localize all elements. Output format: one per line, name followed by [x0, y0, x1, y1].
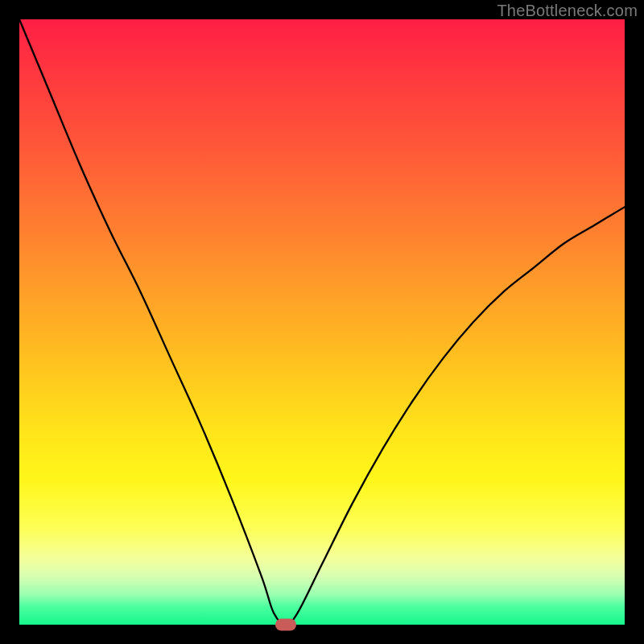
curve-path [19, 19, 625, 625]
bottleneck-curve [19, 19, 625, 625]
chart-plot-area [19, 19, 625, 625]
watermark-text: TheBottleneck.com [497, 2, 638, 20]
chart-frame: TheBottleneck.com [0, 0, 644, 644]
